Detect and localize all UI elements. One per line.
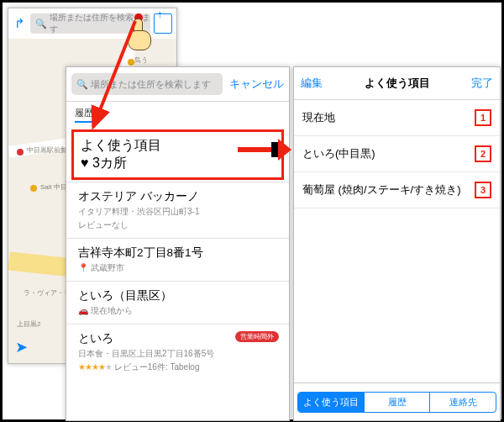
history-row[interactable]: といろ営業時間外 日本食・目黒区上目黒2丁目16番5号 ★★★★★ レビュー16…	[66, 324, 289, 380]
closed-badge: 営業時間外	[235, 331, 279, 342]
history-row[interactable]: オステリア バッカーノ イタリア料理・渋谷区円山町3-1 レビューなし	[66, 182, 289, 238]
row-sub: イタリア料理・渋谷区円山町3-1	[78, 206, 279, 218]
row-title: といろ（目黒区）	[78, 288, 279, 303]
map-poi-label: ラ・ヴィア・ラ	[24, 288, 71, 298]
tab-contacts[interactable]: 連絡先	[429, 393, 496, 412]
list-item[interactable]: 葡萄屋 (焼肉/ステーキ/すき焼き)3	[294, 172, 500, 208]
locate-me-icon[interactable]: ➤	[15, 338, 28, 356]
item-label: 葡萄屋 (焼肉/ステーキ/すき焼き)	[302, 182, 461, 198]
done-button[interactable]: 完了	[471, 76, 493, 91]
favorites-panel: 編集 よく使う項目 完了 現在地1 といろ(中目黒)2 葡萄屋 (焼肉/ステーキ…	[293, 66, 501, 421]
tap-gesture-icon	[126, 20, 160, 57]
item-label: 現在地	[302, 110, 335, 125]
map-area-label: 上目黒2	[17, 319, 40, 329]
map-poi-dot[interactable]	[17, 149, 24, 156]
segment-control[interactable]: 履歴	[66, 102, 289, 128]
directions-icon[interactable]: ↱	[8, 16, 27, 31]
search-icon: 🔍	[35, 18, 47, 29]
page-title: よく使う項目	[365, 76, 430, 91]
segment-history[interactable]: 履歴	[75, 107, 93, 123]
tab-segment: よく使う項目 履歴 連絡先	[297, 392, 496, 413]
item-label: といろ(中目黒)	[302, 146, 375, 161]
heart-icon: ♥	[81, 156, 92, 170]
map-poi-dot[interactable]	[30, 185, 37, 192]
row-sub: 📍 武蔵野市	[78, 262, 279, 274]
search-field[interactable]: 🔍場所または住所を検索します	[71, 73, 223, 95]
row-sub: 🚗 現在地から	[78, 305, 279, 317]
pin-icon: 📍	[78, 263, 91, 272]
annotation-number: 2	[475, 145, 491, 162]
search-history-panel: 🔍場所または住所を検索します キャンセル 履歴 よく使う項目 ♥ 3カ所 オステ…	[66, 66, 290, 421]
list-item[interactable]: といろ(中目黒)2	[294, 136, 500, 172]
tab-history[interactable]: 履歴	[364, 393, 430, 412]
star-rating-icon: ★★★★★	[78, 362, 112, 372]
favorites-list: 現在地1 といろ(中目黒)2 葡萄屋 (焼肉/ステーキ/すき焼き)3	[294, 100, 500, 382]
favorites-row[interactable]: よく使う項目 ♥ 3カ所	[71, 129, 284, 180]
row-title: といろ営業時間外	[78, 331, 279, 346]
annotation-number: 1	[475, 109, 491, 126]
row-title: オステリア バッカーノ	[78, 189, 279, 204]
favorites-sub: ♥ 3カ所	[81, 155, 275, 172]
annotation-number: 3	[475, 182, 491, 198]
history-row[interactable]: といろ（目黒区） 🚗 現在地から	[66, 281, 289, 324]
favorites-title: よく使う項目	[81, 137, 275, 155]
edit-button[interactable]: 編集	[301, 76, 323, 91]
map-poi-dot[interactable]	[128, 59, 134, 66]
search-icon: 🔍	[76, 79, 88, 90]
car-icon: 🚗	[78, 306, 91, 315]
row-sub: 日本食・目黒区上目黒2丁目16番5号	[78, 348, 279, 360]
row-sub: レビューなし	[78, 219, 279, 231]
row-rating: ★★★★★ レビュー16件: Tabelog	[78, 361, 279, 373]
cancel-button[interactable]: キャンセル	[223, 76, 284, 92]
bottom-tab-bar: よく使う項目 履歴 連絡先	[294, 382, 500, 420]
search-bar: 🔍場所または住所を検索します キャンセル	[66, 67, 289, 102]
nav-bar: 編集 よく使う項目 完了	[294, 67, 500, 100]
tab-favorites[interactable]: よく使う項目	[298, 393, 364, 412]
row-title: 吉祥寺本町2丁目8番1号	[78, 245, 279, 261]
search-placeholder: 場所または住所を検索します	[91, 78, 211, 91]
list-item[interactable]: 現在地1	[294, 100, 500, 136]
history-row[interactable]: 吉祥寺本町2丁目8番1号 📍 武蔵野市	[66, 238, 289, 281]
